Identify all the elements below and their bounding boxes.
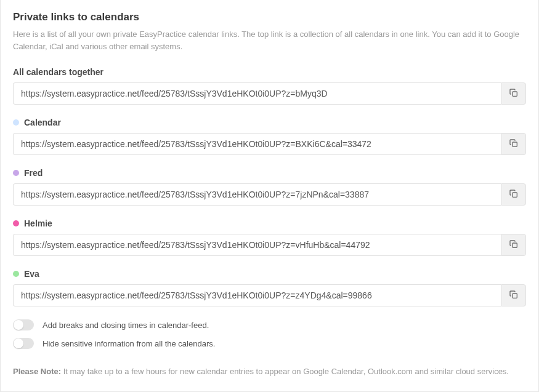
calendar-block: Fred [13, 168, 526, 206]
calendar-url-row [13, 133, 526, 155]
copy-button[interactable] [501, 133, 526, 155]
svg-rect-3 [513, 243, 517, 247]
calendar-url-input[interactable] [13, 183, 501, 206]
copy-button[interactable] [501, 234, 526, 256]
copy-button[interactable] [501, 82, 526, 105]
note-text: It may take up to a few hours for new ca… [61, 367, 509, 376]
calendar-url-input[interactable] [13, 133, 501, 155]
copy-button[interactable] [501, 284, 526, 306]
copy-button[interactable] [501, 183, 526, 206]
page-description: Here is a list of all your own private E… [13, 28, 526, 52]
calendar-block: Helmie [13, 218, 526, 256]
toggle-switch[interactable] [13, 319, 34, 330]
calendar-label: Eva [24, 269, 39, 279]
svg-rect-0 [513, 92, 517, 96]
copy-icon [509, 138, 519, 150]
copy-icon [509, 88, 519, 100]
calendar-url-row [13, 82, 526, 105]
calendar-label-row: Fred [13, 168, 526, 178]
svg-rect-1 [513, 142, 517, 146]
calendar-label: Calendar [24, 118, 61, 127]
toggle-label: Add breaks and closing times in calendar… [43, 321, 209, 330]
calendar-label: All calendars together [13, 67, 103, 77]
calendar-label-row: Calendar [13, 118, 526, 127]
toggle-row: Add breaks and closing times in calendar… [13, 319, 526, 330]
copy-icon [509, 239, 519, 251]
calendar-label: Fred [24, 168, 43, 178]
calendar-url-input[interactable] [13, 284, 501, 306]
toggle-row: Hide sensitive information from all the … [13, 338, 526, 349]
private-links-panel: Private links to calendars Here is a lis… [0, 0, 539, 392]
please-note: Please Note: It may take up to a few hou… [13, 366, 526, 378]
calendar-block: All calendars together [13, 67, 526, 105]
page-title: Private links to calendars [13, 11, 526, 23]
calendar-url-row [13, 234, 526, 256]
calendar-color-dot [13, 170, 19, 176]
calendar-color-dot [13, 271, 19, 277]
note-label: Please Note: [13, 367, 61, 376]
calendar-block: Calendar [13, 118, 526, 155]
toggle-switch[interactable] [13, 338, 34, 349]
copy-icon [509, 290, 519, 302]
calendar-block: Eva [13, 269, 526, 306]
toggle-label: Hide sensitive information from all the … [43, 339, 215, 348]
calendar-url-row [13, 284, 526, 306]
copy-icon [509, 189, 519, 201]
calendar-label-row: Helmie [13, 218, 526, 228]
calendar-url-input[interactable] [13, 82, 501, 105]
toggle-knob [14, 320, 23, 330]
calendar-label-row: Eva [13, 269, 526, 279]
calendar-label: Helmie [24, 218, 52, 228]
calendar-color-dot [13, 119, 19, 126]
calendar-label-row: All calendars together [13, 67, 526, 77]
toggle-knob [14, 338, 23, 348]
svg-rect-2 [513, 193, 517, 197]
calendar-url-input[interactable] [13, 234, 501, 256]
calendar-color-dot [13, 220, 19, 226]
svg-rect-4 [513, 294, 517, 298]
calendar-url-row [13, 183, 526, 206]
